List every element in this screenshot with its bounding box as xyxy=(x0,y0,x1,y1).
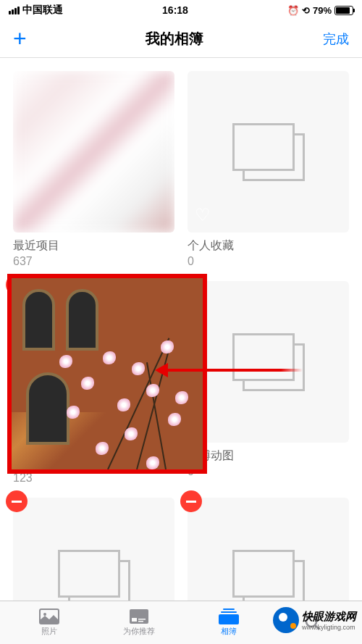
signal-icon xyxy=(9,7,20,14)
watermark: 快眼游戏网 www.kyligting.com xyxy=(273,607,356,633)
page-title: 我的相簿 xyxy=(146,29,203,49)
tab-label: 相簿 xyxy=(221,626,237,637)
status-bar: 中国联通 16:18 ⏰ ⟲ 79% xyxy=(0,0,362,20)
annotation-arrow xyxy=(158,368,303,372)
battery-icon xyxy=(334,6,353,15)
add-button[interactable]: + xyxy=(13,25,27,52)
stack-icon xyxy=(232,550,305,608)
albums-icon xyxy=(219,609,239,624)
battery-label: 79% xyxy=(313,5,332,16)
watermark-icon xyxy=(273,607,299,633)
album-weibo-gif[interactable]: 微博动图 0 xyxy=(188,281,349,485)
alarm-icon: ⏰ xyxy=(287,5,299,16)
watermark-url: www.kyligting.com xyxy=(302,624,356,631)
tab-label: 为你推荐 xyxy=(123,626,155,637)
status-right: ⏰ ⟲ 79% xyxy=(287,5,353,16)
delete-button[interactable] xyxy=(6,490,28,512)
stack-icon xyxy=(232,123,305,181)
delete-button[interactable] xyxy=(180,490,202,512)
svg-rect-5 xyxy=(138,621,143,622)
photos-icon xyxy=(39,609,59,624)
album-count: 0 xyxy=(188,255,349,268)
orientation-lock-icon: ⟲ xyxy=(302,5,310,16)
svg-point-1 xyxy=(43,613,46,616)
album-count: 637 xyxy=(13,255,174,268)
svg-rect-8 xyxy=(219,614,239,624)
done-button[interactable]: 完成 xyxy=(323,30,349,48)
foryou-icon xyxy=(129,609,149,624)
album-title: 微博动图 xyxy=(188,448,349,464)
status-left: 中国联通 xyxy=(9,4,63,17)
tab-albums[interactable]: 相簿 xyxy=(219,609,239,637)
svg-rect-3 xyxy=(132,618,137,622)
album-count: 0 xyxy=(188,465,349,478)
album-title: 最近项目 xyxy=(13,238,174,254)
album-title: 个人收藏 xyxy=(188,238,349,254)
watermark-title: 快眼游戏网 xyxy=(302,610,356,624)
album-favorites[interactable]: ♡ 个人收藏 0 xyxy=(188,71,349,268)
svg-rect-7 xyxy=(221,611,237,613)
time-label: 16:18 xyxy=(162,4,188,16)
nav-bar: + 我的相簿 完成 xyxy=(0,20,362,58)
stack-icon xyxy=(58,550,130,608)
tab-photos[interactable]: 照片 xyxy=(39,609,59,637)
heart-icon: ♡ xyxy=(195,205,211,225)
highlighted-thumbnail[interactable] xyxy=(7,274,207,474)
svg-rect-4 xyxy=(138,619,146,620)
stack-icon xyxy=(232,333,305,391)
tab-foryou[interactable]: 为你推荐 xyxy=(123,609,155,637)
svg-rect-6 xyxy=(223,609,235,610)
album-recents[interactable]: 最近项目 637 xyxy=(13,71,174,268)
carrier-label: 中国联通 xyxy=(22,4,63,17)
tab-label: 照片 xyxy=(41,626,57,637)
